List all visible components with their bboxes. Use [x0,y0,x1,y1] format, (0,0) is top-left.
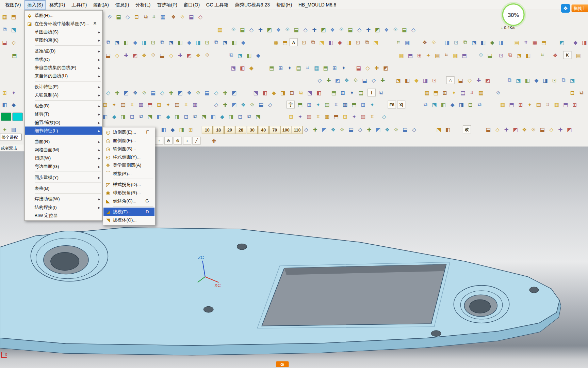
tool-icon[interactable]: ◇ [158,89,166,96]
tool-icon[interactable]: ◩ [374,125,382,133]
insert-menu-item[interactable]: 关联复制(A)▸ [25,91,102,99]
tool-icon[interactable]: ⊞ [287,113,295,121]
tool-icon[interactable]: ◧ [230,38,238,46]
tool-icon[interactable]: ✦ [164,101,172,108]
tool-icon[interactable]: ◧ [444,125,452,133]
color-swatch[interactable] [12,113,23,121]
tool-icon[interactable]: ◇ [380,113,388,121]
tool-icon[interactable]: ◧ [523,76,531,84]
menubar-item[interactable]: 工具(T) [68,0,90,10]
tool-icon[interactable]: ✚ [556,125,564,133]
tool-icon[interactable]: ◇ [167,51,175,59]
tool-icon[interactable]: ▦ [423,89,431,96]
tool-icon[interactable]: ⬔ [318,38,326,46]
tool-icon[interactable]: ⧉ [577,89,585,96]
tool-icon[interactable]: ❖ [239,101,247,108]
tool-icon[interactable]: ◇ [247,26,255,33]
menubar-item[interactable]: 首选项(P) [154,0,180,10]
tool-icon[interactable]: ⧉ [377,89,385,96]
tool-icon[interactable]: ◨ [178,125,185,133]
tool-icon[interactable]: ✦ [450,89,458,96]
tool-icon[interactable]: ⊞ [415,51,423,59]
tool-icon[interactable]: ⬔ [514,76,522,84]
tool-button[interactable]: ＋ [183,137,191,144]
tool-icon[interactable]: ◧ [239,64,246,72]
tool-icon[interactable]: ⬒ [460,51,468,59]
tool-icon[interactable]: ◧ [209,113,217,121]
tool-icon[interactable]: ⊡ [452,38,460,46]
tool-icon[interactable]: ⬒ [268,64,276,72]
tool-icon[interactable]: ◩ [176,89,184,96]
tool-icon[interactable]: ◧ [440,101,447,108]
tool-icon[interactable]: ⬒ [332,113,340,121]
tool-icon[interactable]: ◇ [302,125,310,133]
tool-icon[interactable]: ⊞ [331,64,339,72]
tool-icon[interactable]: ⌗ [332,101,340,108]
menubar-item[interactable]: 插入(S) [24,0,46,10]
tool-icon[interactable]: ◧ [176,38,184,46]
tool-icon[interactable]: ⬒ [562,101,570,108]
tool-icon[interactable]: ⬓ [355,64,363,72]
tool-icon[interactable]: ◆ [218,113,226,121]
tool-icon[interactable]: ◇ [493,125,501,133]
detail-submenu-item[interactable]: ⌒桥接(B)... [103,169,154,178]
tool-icon[interactable]: ⧉ [142,13,150,20]
tool-icon[interactable]: ⧉ [506,76,513,84]
menubar-item[interactable]: GC 工具箱 [203,0,231,10]
tool-button[interactable]: 改 [463,125,471,133]
size-button[interactable]: 100 [280,126,291,134]
tool-icon[interactable]: ⟐ [179,13,186,20]
tool-icon[interactable]: ◇ [113,51,121,59]
assembly-scope-select[interactable]: 整个装配 [0,134,22,140]
tool-icon[interactable]: ▦ [397,51,405,59]
size-button[interactable]: 10 [202,126,213,134]
tool-icon[interactable]: ✦ [340,64,347,72]
tool-icon[interactable]: ▤ [323,101,331,108]
tool-icon[interactable]: ⬒ [281,38,289,46]
tool-icon[interactable]: ◧ [524,51,532,59]
tool-icon[interactable]: ◇ [364,64,372,72]
tool-icon[interactable]: ⊞ [155,101,163,108]
tool-icon[interactable]: ✦ [526,101,534,108]
tool-icon[interactable]: ⊞ [517,101,525,108]
insert-menu-item[interactable]: ⬙草图(H)... [25,11,102,19]
tool-icon[interactable]: ▦ [137,101,145,108]
tool-icon[interactable]: ▦ [341,101,349,108]
tool-icon[interactable]: ▦ [323,113,331,121]
detail-submenu-item[interactable]: ◵边倒圆(E)...F [103,128,154,136]
insert-menu-item[interactable]: 表格(B) [25,184,102,192]
tool-icon[interactable]: ◆ [110,113,118,121]
tool-icon[interactable]: ◩ [484,76,492,84]
tool-icon[interactable]: ✚ [176,51,184,59]
tool-icon[interactable]: ◨ [227,113,235,121]
tool-icon[interactable]: ❖ [169,13,177,20]
tool-icon[interactable]: ⬔ [229,64,237,72]
tool-icon[interactable]: ⬔ [200,113,208,121]
tool-button[interactable]: A [290,38,298,46]
tool-icon[interactable]: ⟐ [392,125,400,133]
tool-icon[interactable]: ✦ [10,89,18,96]
tool-icon[interactable]: ⧉ [212,38,220,46]
tool-icon[interactable]: ⊞ [339,89,347,96]
tool-icon[interactable]: ◇ [266,101,274,108]
tool-icon[interactable]: ⊡ [569,89,576,96]
tool-icon[interactable]: ✚ [310,26,318,33]
color-swatch[interactable] [1,113,11,121]
tool-icon[interactable]: ◩ [230,101,238,108]
tool-icon[interactable]: ✚ [503,125,510,133]
tool-icon[interactable]: ⊞ [441,89,449,96]
tool-icon[interactable]: ◩ [265,26,273,33]
tool-icon[interactable]: ⧉ [227,51,235,59]
tool-icon[interactable]: ▤ [513,38,521,46]
tool-icon[interactable]: ⟐ [494,89,502,96]
tool-icon[interactable]: ✚ [122,51,130,59]
tool-icon[interactable]: ◆ [164,113,172,121]
tool-icon[interactable]: ⬒ [10,13,18,20]
tool-icon[interactable]: ◇ [212,101,220,108]
insert-menu-item[interactable]: 来自体的曲线(U)▸ [25,72,102,80]
tool-icon[interactable]: ◩ [382,64,390,72]
tool-icon[interactable]: ⬓ [346,26,354,33]
tool-icon[interactable]: ◆ [412,76,420,84]
insert-menu-item[interactable]: 曲线(C)▸ [25,55,102,63]
tool-icon[interactable]: ⌗ [544,101,552,108]
